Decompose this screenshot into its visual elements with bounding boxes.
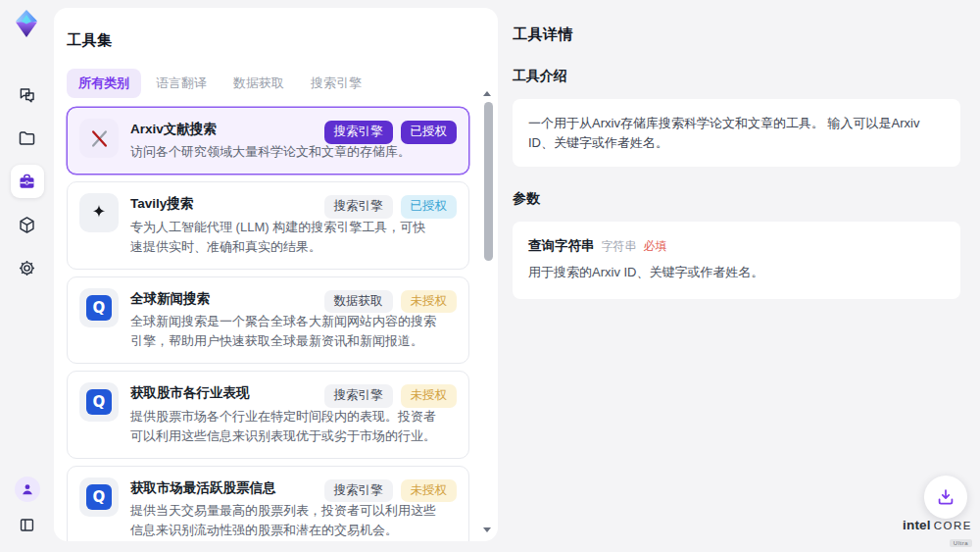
auth-badge: 未授权	[401, 479, 458, 503]
scrollbar-up-arrow[interactable]	[483, 91, 491, 96]
app-logo-icon	[13, 9, 40, 38]
tool-card-description: 专为人工智能代理 (LLM) 构建的搜索引擎工具，可快速提供实时、准确和真实的结…	[130, 218, 436, 257]
tool-icon-tile: Q	[79, 477, 119, 517]
user-avatar[interactable]	[15, 477, 40, 502]
category-badge: 搜索引擎	[324, 479, 393, 503]
news-q-icon: Q	[86, 484, 112, 510]
tool-cards-list: Arxiv文献搜索 访问各个研究领域大量科学论文和文章的存储库。 搜索引擎 已授…	[67, 107, 469, 541]
download-icon	[935, 486, 956, 508]
intel-core-logo: intel CORE Ultra	[911, 519, 972, 548]
tool-card-description: 提供当天交易量最高的股票列表，投资者可以利用这些信息来识别流动性强的股票和潜在的…	[130, 501, 436, 540]
scrollbar-down-arrow[interactable]	[483, 527, 491, 532]
package-icon	[17, 215, 37, 235]
param-description: 用于搜索的Arxiv ID、关键字或作者姓名。	[528, 264, 945, 281]
page-title: 工具集	[67, 31, 498, 50]
news-q-icon: Q	[86, 389, 112, 415]
brand-core-text: CORE	[934, 521, 972, 532]
tool-card-description: 提供股票市场各个行业在特定时间段内的表现。投资者可以利用这些信息来识别表现优于或…	[130, 407, 436, 446]
rail-nav	[0, 78, 54, 284]
tool-icon-tile	[79, 119, 119, 158]
intro-card: 一个用于从Arxiv存储库搜索科学论文和文章的工具。 输入可以是Arxiv ID…	[513, 99, 960, 167]
intro-heading: 工具介绍	[513, 68, 960, 85]
tab-2[interactable]: 数据获取	[221, 69, 296, 98]
sparkle-icon	[88, 202, 110, 224]
tool-icon-tile: Q	[79, 288, 119, 327]
nav-models-button[interactable]	[11, 208, 44, 241]
auth-badge: 已授权	[401, 195, 458, 219]
sidebar-toggle-button[interactable]	[14, 511, 41, 538]
chat-icon	[17, 85, 37, 106]
brand-intel-text: intel	[903, 519, 931, 532]
param-name: 查询字符串	[528, 237, 595, 255]
tool-detail-panel: 工具详情 工具介绍 一个用于从Arxiv存储库搜索科学论文和文章的工具。 输入可…	[500, 0, 980, 552]
param-required-flag: 必填	[644, 238, 667, 255]
tool-card[interactable]: Tavily搜索 专为人工智能代理 (LLM) 构建的搜索引擎工具，可快速提供实…	[67, 181, 469, 270]
scrollbar-thumb[interactable]	[484, 102, 493, 261]
tool-card-description: 全球新闻搜索是一个聚合全球各大新闻网站内容的搜索引擎，帮助用户快速获取全球最新资…	[130, 312, 436, 351]
category-tabs: 所有类别语言翻译数据获取搜索引擎	[67, 69, 498, 98]
rail-bottom	[0, 477, 54, 538]
user-icon	[20, 481, 35, 497]
folder-icon	[17, 128, 37, 149]
param-type: 字符串	[602, 238, 637, 255]
tool-icon-tile	[79, 193, 119, 232]
auth-badge: 已授权	[401, 121, 458, 144]
download-button[interactable]	[924, 476, 967, 519]
brand-ultra-badge: Ultra	[950, 539, 972, 547]
intro-text: 一个用于从Arxiv存储库搜索科学论文和文章的工具。 输入可以是Arxiv ID…	[528, 116, 919, 150]
category-badge: 数据获取	[324, 290, 393, 314]
tool-card[interactable]: Q 获取股市各行业表现 提供股票市场各个行业在特定时间段内的表现。投资者可以利用…	[67, 371, 469, 459]
tab-3[interactable]: 搜索引擎	[299, 69, 373, 98]
arxiv-icon	[88, 127, 111, 150]
tool-card-description: 访问各个研究领域大量科学论文和文章的存储库。	[130, 142, 436, 162]
tab-0[interactable]: 所有类别	[67, 69, 141, 98]
category-badge: 搜索引擎	[324, 195, 393, 219]
layout-panel-icon	[18, 516, 36, 534]
news-q-icon: Q	[86, 295, 112, 321]
nav-files-button[interactable]	[11, 122, 44, 155]
nav-tools-button[interactable]	[11, 165, 44, 198]
tool-card[interactable]: Q 全球新闻搜索 全球新闻搜索是一个聚合全球各大新闻网站内容的搜索引擎，帮助用户…	[67, 276, 469, 365]
auth-badge: 未授权	[401, 290, 458, 314]
category-badge: 搜索引擎	[324, 121, 393, 144]
gear-icon	[17, 258, 37, 278]
tab-1[interactable]: 语言翻译	[144, 69, 219, 98]
param-card: 查询字符串 字符串 必填 用于搜索的Arxiv ID、关键字或作者姓名。	[513, 222, 960, 299]
tool-icon-tile: Q	[79, 382, 119, 422]
auth-badge: 未授权	[401, 384, 458, 408]
category-badge: 搜索引擎	[324, 384, 393, 408]
tool-list-panel: 工具集 所有类别语言翻译数据获取搜索引擎 Arxiv文献搜索 访问各个研究领域大…	[54, 8, 498, 541]
toolbox-icon	[17, 172, 37, 192]
tool-card[interactable]: Arxiv文献搜索 访问各个研究领域大量科学论文和文章的存储库。 搜索引擎 已授…	[67, 107, 469, 175]
params-heading: 参数	[513, 190, 960, 208]
detail-title: 工具详情	[513, 25, 960, 44]
nav-chat-button[interactable]	[11, 78, 44, 112]
left-rail	[0, 0, 54, 552]
tool-card[interactable]: Q 获取市场最活跃股票信息 提供当天交易量最高的股票列表，投资者可以利用这些信息…	[67, 466, 469, 541]
nav-settings-button[interactable]	[11, 251, 44, 284]
